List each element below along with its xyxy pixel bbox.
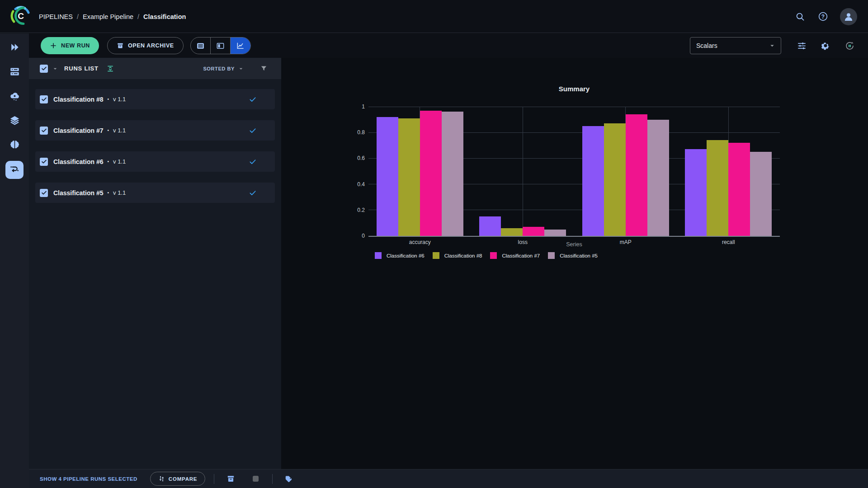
bar [420,111,442,236]
run-checkbox[interactable] [40,127,48,135]
sorted-by-label: SORTED BY [203,66,235,71]
h-gridline [368,107,780,107]
top-bar: C PIPELINES / Example Pipeline / Classif… [0,0,868,33]
breadcrumb: PIPELINES / Example Pipeline / Classific… [39,0,186,33]
run-bullet: • [108,128,109,133]
run-bullet: • [108,97,109,102]
bar [523,227,544,236]
topbar-actions: ? [794,0,857,33]
breadcrumb-separator: / [137,13,139,20]
completed-check-icon [249,158,257,166]
legend-title: Series [547,241,601,248]
y-tick-label: 1 [343,103,365,110]
bottom-action-bar: SHOW 4 PIPELINE RUNS SELECTED COMPARE [29,469,868,488]
runs-list-header: RUNS LIST SORTED BY [29,58,281,79]
help-icon[interactable]: ? [817,11,829,23]
split-view-icon [216,41,225,51]
y-tick-label: 0.8 [343,129,365,136]
run-row-classification-5[interactable]: Classification #5 • v 1.1 [35,183,275,203]
x-tick-label: mAP [594,239,657,245]
breadcrumb-pipelines[interactable]: PIPELINES [39,13,73,20]
settings-gear-icon[interactable] [820,40,831,52]
compare-button[interactable]: COMPARE [150,472,206,486]
run-checkbox[interactable] [40,95,48,103]
legend-item[interactable]: Classification #7 [490,252,540,259]
sidebar-item-pipelines[interactable] [5,161,24,179]
tune-sliders-icon[interactable] [796,40,807,52]
select-all-checkbox[interactable] [40,65,48,73]
compare-label: COMPARE [169,476,198,482]
new-run-button[interactable]: NEW RUN [41,37,99,54]
x-tick-label: loss [491,239,554,245]
completed-check-icon [249,127,257,135]
bar [685,149,707,236]
run-version: v 1.1 [113,127,126,134]
sidebar-item-projects[interactable] [5,39,24,57]
run-row-classification-6[interactable]: Classification #6 • v 1.1 [35,151,275,172]
actions-toolbar: NEW RUN OPEN ARCHIVE [29,33,868,58]
runs-list-title: RUNS LIST [64,65,99,72]
bar [442,112,463,236]
divider [214,474,214,484]
chart-view-icon [236,41,245,51]
sidebar-item-models[interactable] [5,136,24,155]
sidebar-item-workers[interactable] [5,63,24,81]
table-view-icon [196,41,205,51]
filter-funnel-icon[interactable] [260,65,268,72]
archive-selected-icon[interactable] [226,474,235,483]
run-name: Classification #6 [53,158,104,165]
run-row-classification-8[interactable]: Classification #8 • v 1.1 [35,89,275,109]
chevron-down-icon [768,42,776,50]
runs-list: Classification #8 • v 1.1 Classification… [29,79,281,203]
legend-label: Classification #6 [387,253,425,258]
x-tick-label: accuracy [388,239,452,245]
clearml-logo[interactable]: C [10,5,32,27]
layers-icon [9,115,20,128]
breadcrumb-separator: / [77,13,79,20]
run-row-classification-7[interactable]: Classification #7 • v 1.1 [35,120,275,141]
sorted-by-button[interactable]: SORTED BY [203,65,245,72]
x-tick-label: recall [697,239,760,245]
completed-check-icon [249,189,257,197]
bar [626,114,647,236]
brain-icon [9,139,20,152]
run-version: v 1.1 [113,189,126,196]
auto-refresh-pause-icon[interactable] [844,40,855,52]
app-window: C PIPELINES / Example Pipeline / Classif… [0,0,868,488]
sidebar-item-applications[interactable] [5,88,24,106]
run-version: v 1.1 [113,158,126,165]
table-view-tab[interactable] [191,38,211,54]
legend-item[interactable]: Classification #6 [375,252,425,259]
legend-swatch [375,252,382,259]
legend-item[interactable]: Classification #8 [433,252,482,259]
sidebar-item-datasets[interactable] [5,112,24,130]
abort-stop-icon [253,476,259,482]
legend-item[interactable]: Classification #5 [548,252,598,259]
open-archive-button[interactable]: OPEN ARCHIVE [107,37,184,54]
legend-label: Classification #8 [444,253,482,258]
select-menu-caret-icon[interactable] [52,65,59,72]
run-checkbox[interactable] [40,189,48,197]
compare-arrows-icon [158,475,165,482]
selected-runs-toggle[interactable]: SHOW 4 PIPELINE RUNS SELECTED [40,476,137,482]
run-checkbox[interactable] [40,158,48,166]
search-icon[interactable] [794,11,806,23]
y-tick-label: 0.6 [343,155,365,161]
scalar-chart: Summary Series Classification #6 Classif… [281,58,868,469]
runs-list-panel: RUNS LIST SORTED BY Classification #8 • … [29,58,281,469]
split-view-tab[interactable] [211,38,231,54]
metric-type-select[interactable]: Scalars [690,37,781,54]
server-stack-icon [9,66,20,79]
bar [707,140,728,236]
metric-type-value: Scalars [696,42,717,49]
y-tick-label: 0 [343,233,365,239]
plus-icon [50,42,57,49]
add-tag-icon[interactable] [284,474,293,483]
breadcrumb-example-pipeline[interactable]: Example Pipeline [83,13,133,20]
bar [479,216,501,236]
resize-rows-icon[interactable] [106,65,114,73]
user-avatar[interactable] [840,8,857,25]
chart-view-tab[interactable] [231,38,250,54]
svg-text:C: C [18,11,24,21]
new-run-label: NEW RUN [61,42,90,49]
